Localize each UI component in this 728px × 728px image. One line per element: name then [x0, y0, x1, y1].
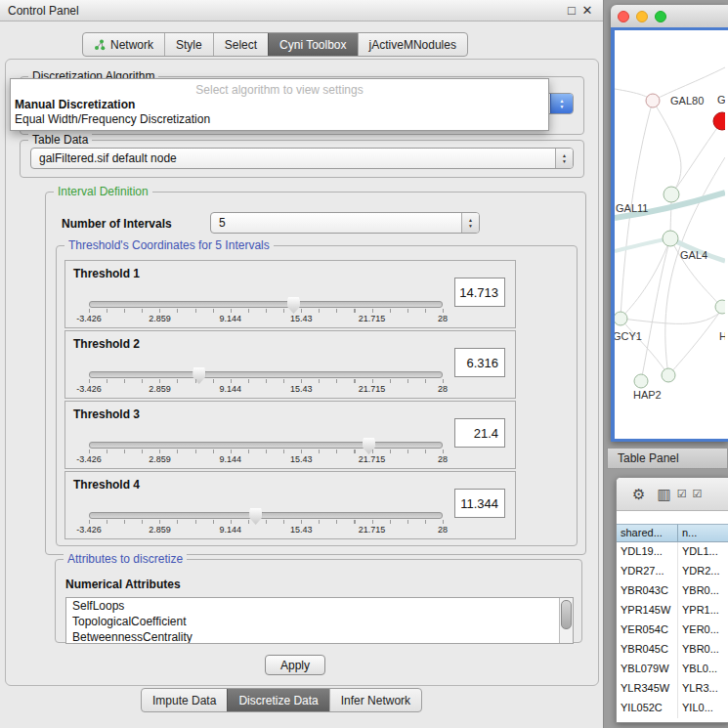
- tab-label: Network: [110, 38, 153, 52]
- list-item[interactable]: BetweennessCentrality: [66, 629, 573, 644]
- group-title: Interval Definition: [54, 185, 152, 198]
- num-intervals-combobox[interactable]: 5 ▲ ▼: [210, 212, 480, 234]
- node-label: GAL11: [616, 202, 648, 214]
- network-node[interactable]: [715, 300, 725, 314]
- node-label: HAP2: [633, 389, 662, 401]
- node-label: GAL80: [670, 95, 704, 107]
- combo-stepper-icon[interactable]: ▲ ▼: [461, 213, 479, 233]
- network-node-selected-red[interactable]: [713, 112, 725, 130]
- group-title: Attributes to discretize: [64, 552, 187, 566]
- network-node[interactable]: [646, 94, 660, 107]
- threshold-1-slider[interactable]: [89, 296, 443, 316]
- column-header-name[interactable]: n...: [678, 524, 728, 542]
- table-row[interactable]: YBL079W YBL0...: [617, 660, 728, 679]
- tab-cyni-toolbox[interactable]: Cyni Toolbox: [268, 33, 357, 56]
- group-title: Threshold's Coordinates for 5 Intervals: [64, 238, 274, 252]
- threshold-2-panel: Threshold 2 -3.426 2.859 9.144 15.43 21.…: [64, 330, 516, 399]
- gear-icon[interactable]: ⚙: [632, 487, 645, 501]
- network-canvas[interactable]: GAL80 GA GAL11 GAL4 GCY1 H HAP2: [615, 30, 728, 439]
- tab-label: Impute Data: [152, 694, 216, 707]
- tab-select[interactable]: Select: [213, 33, 268, 56]
- columns-icon[interactable]: ▥: [657, 487, 670, 501]
- bottom-tabbar: Impute Data Discretize Data Infer Networ…: [141, 688, 422, 712]
- node-label: H: [719, 330, 725, 342]
- slider-track[interactable]: [89, 301, 443, 308]
- network-node[interactable]: [664, 187, 679, 202]
- tab-discretize-data[interactable]: Discretize Data: [227, 689, 328, 711]
- tab-jactivemnodules[interactable]: jActiveMNodules: [358, 33, 467, 56]
- table-row[interactable]: YLR345W YLR3...: [617, 679, 728, 699]
- table-header-row: shared... n...: [617, 524, 728, 542]
- minimize-icon[interactable]: □: [564, 3, 579, 18]
- close-icon[interactable]: ✕: [579, 3, 595, 18]
- table-row[interactable]: YPR145W YPR1...: [617, 601, 728, 621]
- combo-stepper-icon[interactable]: ▲ ▼: [555, 149, 573, 168]
- list-item[interactable]: TopologicalCoefficient: [66, 614, 573, 629]
- table-toolbar: ⚙ ▥ ☑ ☑: [617, 478, 728, 511]
- zoom-traffic-light-icon[interactable]: [655, 11, 666, 22]
- tab-infer-network[interactable]: Infer Network: [329, 689, 421, 711]
- popup-option-manual-discretization[interactable]: Manual Discretization: [11, 98, 548, 112]
- close-traffic-light-icon[interactable]: [618, 11, 629, 22]
- slider-track[interactable]: [89, 442, 443, 449]
- popup-option-equal-width-frequency[interactable]: Equal Width/Frequency Discretization: [11, 112, 548, 127]
- group-title: Table Data: [28, 133, 92, 147]
- table-row[interactable]: YDL19... YDL1...: [617, 542, 728, 562]
- tab-style[interactable]: Style: [164, 33, 213, 56]
- threshold-3-panel: Threshold 3 -3.426 2.859 9.144 15.43 21.…: [64, 401, 516, 469]
- scrollbar-thumb[interactable]: [561, 600, 572, 629]
- network-graph: GAL80 GA GAL11 GAL4 GCY1 H HAP2: [615, 30, 725, 439]
- tab-label: jActiveMNodules: [369, 38, 456, 52]
- tab-network[interactable]: Network: [83, 33, 164, 56]
- threshold-3-value-field[interactable]: 21.4: [454, 418, 505, 448]
- table-row[interactable]: YDR27... YDR2...: [617, 562, 728, 581]
- list-scrollbar[interactable]: [559, 598, 573, 643]
- threshold-2-slider[interactable]: [89, 366, 443, 386]
- attributes-list[interactable]: SelfLoops TopologicalCoefficient Between…: [65, 597, 574, 644]
- tab-impute-data[interactable]: Impute Data: [142, 689, 227, 711]
- threshold-coordinates-group: Threshold's Coordinates for 5 Intervals …: [56, 245, 578, 546]
- slider-track[interactable]: [89, 512, 443, 519]
- slider-tick-labels: -3.426 2.859 9.144 15.43 21.715 28: [89, 384, 443, 394]
- threshold-4-panel: Threshold 4 -3.426 2.859 9.144 15.43 21.…: [64, 471, 516, 539]
- column-header-shared-name[interactable]: shared...: [617, 524, 678, 542]
- table-panel-bar[interactable]: Table Panel: [607, 448, 728, 469]
- slider-ticks: [89, 309, 444, 313]
- network-node[interactable]: [662, 368, 675, 382]
- table-row[interactable]: YBR043C YBR0...: [617, 581, 728, 601]
- threshold-2-value-field[interactable]: 6.316: [454, 348, 505, 377]
- minimize-traffic-light-icon[interactable]: [636, 11, 648, 22]
- tab-label: Select: [225, 38, 257, 52]
- threshold-4-slider[interactable]: [89, 507, 443, 527]
- threshold-1-value-field[interactable]: 14.713: [454, 278, 505, 307]
- control-panel-titlebar: Control Panel □ ✕: [0, 0, 603, 21]
- control-panel-window: Control Panel □ ✕ Network Style Select C…: [0, 0, 604, 728]
- popup-hint: Select algorithm to view settings: [11, 79, 548, 98]
- apply-button[interactable]: Apply: [265, 655, 325, 675]
- slider-ticks: [89, 450, 444, 453]
- network-icon: [94, 39, 106, 51]
- network-node[interactable]: [615, 312, 627, 325]
- checkbox-icon[interactable]: ☑: [693, 487, 703, 501]
- table-panel-window: ⚙ ▥ ☑ ☑ shared... n... YDL19... YDL1... …: [616, 477, 728, 723]
- network-canvas-frame: GAL80 GA GAL11 GAL4 GCY1 H HAP2: [611, 27, 728, 442]
- select-all-checkbox-icon[interactable]: ☑: [677, 487, 687, 501]
- table-data-combobox[interactable]: galFiltered.sif default node ▲ ▼: [30, 148, 574, 169]
- threshold-4-value-field[interactable]: 11.344: [454, 489, 505, 518]
- list-item[interactable]: SelfLoops: [66, 598, 573, 614]
- network-view-window: GAL80 GA GAL11 GAL4 GCY1 H HAP2: [611, 5, 728, 442]
- table-panel-title: Table Panel: [618, 451, 679, 465]
- num-intervals-label: Number of Intervals: [62, 217, 172, 231]
- table-row[interactable]: YER054C YER0...: [617, 621, 728, 640]
- threshold-label: Threshold 3: [73, 407, 140, 421]
- tab-label: Cyni Toolbox: [279, 38, 346, 52]
- network-node[interactable]: [663, 231, 678, 246]
- network-node[interactable]: [634, 374, 648, 388]
- combo-stepper-icon[interactable]: ▲ ▼: [550, 94, 573, 113]
- tab-label: Infer Network: [341, 694, 410, 707]
- attributes-group: Attributes to discretize Numerical Attri…: [55, 559, 582, 643]
- table-row[interactable]: YBR045C YBR0...: [617, 640, 728, 660]
- table-row[interactable]: YIL052C YIL0...: [617, 699, 728, 718]
- slider-track[interactable]: [89, 371, 443, 378]
- threshold-3-slider[interactable]: [89, 437, 443, 456]
